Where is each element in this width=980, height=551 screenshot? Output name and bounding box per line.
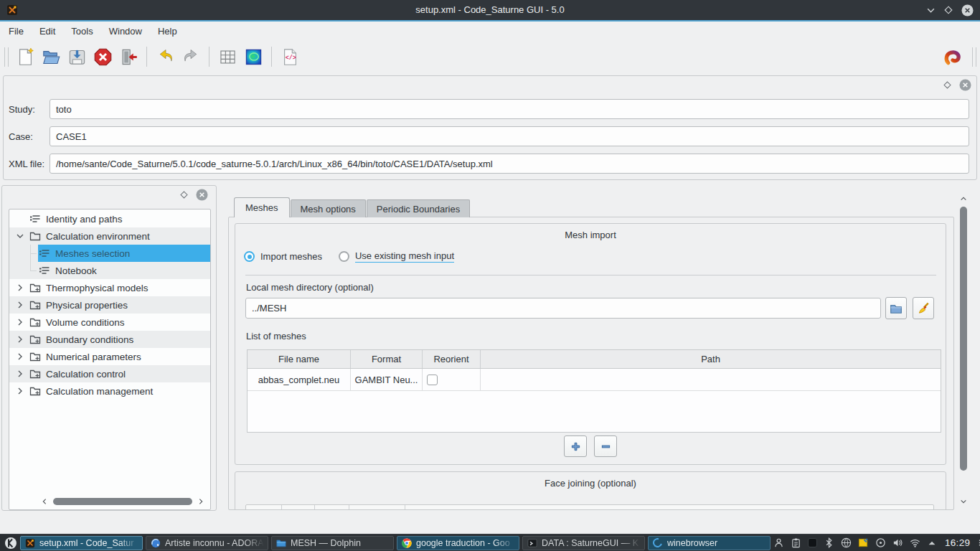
scrollbar-thumb[interactable]: [53, 498, 192, 505]
volume-icon[interactable]: [892, 537, 903, 548]
scroll-right-icon[interactable]: [197, 498, 204, 505]
chevron-collapsed-icon[interactable]: [16, 301, 24, 309]
expand-tray-icon[interactable]: [927, 538, 937, 548]
bluetooth-icon[interactable]: [824, 537, 834, 548]
identity-dock-panel: Study: Case: XML file:: [3, 75, 977, 180]
sidebar-item-calculation-control[interactable]: Calculation control: [9, 365, 210, 382]
sidebar-item-numerical-parameters[interactable]: Numerical parameters: [9, 348, 210, 365]
import-meshes-radio[interactable]: Import meshes: [244, 251, 322, 262]
menu-file[interactable]: File: [1, 22, 32, 40]
toolbar-handle[interactable]: [4, 47, 9, 67]
cell-path[interactable]: [481, 369, 941, 390]
chevron-collapsed-icon[interactable]: [16, 283, 24, 292]
network-globe-icon[interactable]: [841, 537, 852, 548]
minimize-button[interactable]: [926, 6, 936, 15]
dock-close-icon[interactable]: [959, 79, 971, 91]
widget-icon[interactable]: [808, 538, 817, 547]
sidebar-item-physical-properties[interactable]: Physical properties: [9, 296, 210, 314]
scroll-up-icon[interactable]: [960, 195, 967, 202]
cell-file-name[interactable]: abbas_complet.neu: [248, 369, 351, 390]
xml-file-input[interactable]: [50, 154, 969, 174]
chevron-collapsed-icon[interactable]: [16, 387, 24, 395]
toolbar-handle[interactable]: [972, 47, 976, 67]
close-file-button[interactable]: [90, 44, 115, 69]
reorient-checkbox[interactable]: [427, 375, 438, 385]
tree-horizontal-scrollbar[interactable]: [41, 497, 204, 506]
user-icon[interactable]: [773, 537, 784, 548]
scroll-down-icon[interactable]: [960, 498, 967, 505]
close-button[interactable]: [961, 4, 974, 17]
undo-button[interactable]: [153, 44, 177, 69]
postprocessing-button[interactable]: [241, 44, 265, 69]
task-google-traduction[interactable]: google traduction - Goo: [397, 536, 519, 550]
case-input[interactable]: [50, 126, 969, 146]
dock-float-icon[interactable]: [943, 80, 952, 90]
tab-periodic-boundaries[interactable]: Periodic Boundaries: [367, 199, 470, 217]
scroll-left-icon[interactable]: [41, 498, 48, 505]
menu-edit[interactable]: Edit: [32, 22, 63, 40]
header-reorient[interactable]: Reorient: [423, 350, 481, 368]
study-input[interactable]: [50, 99, 969, 119]
chevron-collapsed-icon[interactable]: [16, 318, 24, 326]
notes-icon[interactable]: [858, 537, 869, 548]
sidebar-item-boundary-conditions[interactable]: Boundary conditions: [9, 331, 210, 348]
browse-directory-button[interactable]: [885, 297, 907, 319]
sidebar-item-meshes-selection[interactable]: Meshes selection: [9, 245, 210, 262]
task-dolphin[interactable]: MESH — Dolphin: [271, 536, 394, 550]
table-row[interactable]: abbas_complet.neu GAMBIT Neu...: [248, 369, 941, 391]
header-file-name[interactable]: File name: [248, 350, 351, 368]
quit-button[interactable]: [116, 44, 141, 69]
task-konsole[interactable]: DATA : SaturneGUI — K: [522, 536, 645, 550]
redo-button[interactable]: [179, 44, 203, 69]
local-mesh-directory-input[interactable]: [245, 298, 881, 319]
xml-editor-button[interactable]: [278, 44, 302, 69]
task-artiste-inconnu[interactable]: Artiste inconnu - ADORA: [146, 536, 268, 550]
sidebar-item-calculation-management[interactable]: Calculation management: [9, 382, 210, 400]
new-file-button[interactable]: [13, 44, 37, 69]
menu-window[interactable]: Window: [101, 22, 150, 40]
maximize-button[interactable]: [943, 5, 953, 15]
chevron-expanded-icon[interactable]: [16, 232, 24, 240]
add-mesh-button[interactable]: [564, 435, 587, 457]
sidebar-item-volume-conditions[interactable]: Volume conditions: [9, 314, 210, 331]
folder-plus-icon: [29, 299, 41, 311]
cell-format[interactable]: GAMBIT Neu...: [351, 369, 423, 390]
study-label: Study:: [9, 104, 50, 115]
sidebar-item-notebook[interactable]: Notebook: [9, 262, 210, 279]
clock[interactable]: 16:29: [945, 537, 970, 548]
kde-launcher-button[interactable]: [4, 536, 17, 550]
main-vertical-scrollbar[interactable]: [958, 194, 969, 509]
chevron-collapsed-icon[interactable]: [16, 369, 24, 378]
menu-tools[interactable]: Tools: [63, 22, 100, 40]
sidebar-item-thermophysical-models[interactable]: Thermophysical models: [9, 279, 210, 296]
dock-close-icon[interactable]: [196, 189, 208, 201]
mesh-quality-button[interactable]: [215, 44, 240, 69]
loading-icon: [652, 537, 663, 548]
save-file-button[interactable]: [65, 44, 89, 69]
wifi-icon[interactable]: [910, 537, 920, 548]
kde-icon: [4, 537, 17, 550]
chevron-collapsed-icon[interactable]: [16, 335, 24, 344]
sidebar-item-calculation-environment[interactable]: Calculation environment: [9, 227, 210, 245]
task-winebrowser[interactable]: winebrowser: [648, 536, 771, 550]
sidebar-item-identity-and-paths[interactable]: Identity and paths: [9, 210, 210, 227]
dock-float-icon[interactable]: [179, 190, 189, 199]
radio-dot-icon: [339, 251, 349, 262]
open-file-button[interactable]: [39, 44, 63, 69]
desktop: setup.xml - Code_Saturne GUI - 5.0 File …: [0, 0, 980, 551]
chevron-collapsed-icon[interactable]: [16, 352, 24, 361]
clipboard-icon[interactable]: [791, 537, 801, 548]
media-icon[interactable]: [875, 537, 886, 548]
mesh-import-title: Mesh import: [235, 230, 946, 240]
menu-help[interactable]: Help: [150, 22, 185, 40]
folder-plus-icon: [29, 282, 41, 293]
tab-mesh-options[interactable]: Mesh options: [291, 199, 366, 217]
use-existing-mesh-input-radio[interactable]: Use existing mesh input: [339, 250, 454, 263]
task-code-saturne[interactable]: setup.xml - Code_Satur: [20, 536, 143, 550]
clear-directory-button[interactable]: [913, 297, 934, 319]
header-path[interactable]: Path: [481, 350, 941, 368]
remove-mesh-button[interactable]: [594, 435, 617, 457]
header-format[interactable]: Format: [351, 350, 423, 368]
tab-meshes[interactable]: Meshes: [234, 197, 290, 217]
scrollbar-thumb[interactable]: [960, 207, 967, 471]
